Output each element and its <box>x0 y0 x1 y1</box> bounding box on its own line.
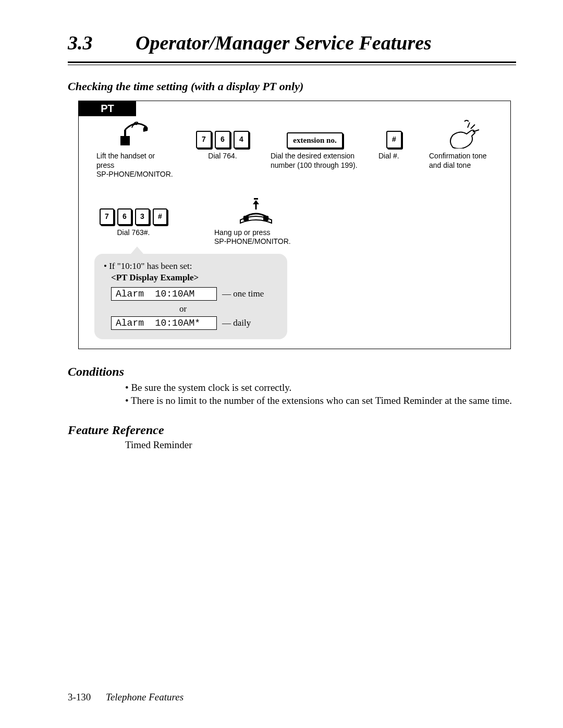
svg-rect-1 <box>263 216 268 221</box>
display-row-1: Alarm 10:10AM — one time <box>111 287 278 301</box>
step-caption: Dial #. <box>378 152 410 161</box>
subheading: Checking the time setting (with a displa… <box>68 80 516 93</box>
step-dial-764: 7 6 4 Dial 764. <box>194 119 251 179</box>
page: 3.3 Operator/Manager Service Features Ch… <box>0 0 563 728</box>
procedure-box: PT Lift the handset or press SP-PH <box>78 101 511 349</box>
section-number: 3.3 <box>68 31 99 54</box>
key-3: 3 <box>135 208 150 225</box>
bubble-title: <PT Display Example> <box>111 273 278 283</box>
procedure-row-1: Lift the handset or press SP-PHONE/MONIT… <box>79 116 510 181</box>
bubble-body: If "10:10" has been set: <PT Display Exa… <box>94 254 287 339</box>
step-caption: Confirmation tone and dial tone <box>429 152 497 170</box>
step-extension: extension no. Dial the desired extension… <box>271 119 359 179</box>
keys-icon: 7 6 4 <box>196 119 249 149</box>
conditions-heading: Conditions <box>68 365 516 379</box>
section-title: Operator/Manager Service Features <box>136 31 432 54</box>
list-item: Be sure the system clock is set correctl… <box>125 381 516 394</box>
key-4: 4 <box>234 131 249 149</box>
feature-reference-heading: Feature Reference <box>68 423 516 437</box>
extension-box-icon: extension no. <box>287 119 342 149</box>
display-box: Alarm 10:10AM* <box>111 316 217 330</box>
key-hash: # <box>153 208 167 225</box>
bubble-pointer-icon <box>131 246 143 254</box>
step-caption: Dial 763#. <box>94 228 173 238</box>
footer-label: Telephone Features <box>106 692 183 702</box>
list-item: There is no limit to the number of the e… <box>125 394 516 408</box>
step-caption: Dial 764. <box>194 152 251 161</box>
step-caption: Lift the handset or press SP-PHONE/MONIT… <box>96 152 175 179</box>
procedure-row-2: 7 6 3 # Dial 763#. <box>79 181 510 249</box>
step-dial-763hash: 7 6 3 # Dial 763#. <box>94 196 173 238</box>
display-row-2: Alarm 10:10AM* — daily <box>111 316 278 330</box>
step-onhook: Hang up or press SP-PHONE/MONITOR. <box>214 196 298 246</box>
key-hash: # <box>386 131 402 149</box>
key-icon: # <box>386 119 402 149</box>
key-6: 6 <box>215 131 230 149</box>
key-7: 7 <box>100 208 114 225</box>
step-confirmation-tone: Confirmation tone and dial tone <box>429 119 497 179</box>
svg-rect-0 <box>243 216 249 221</box>
offhook-icon <box>117 119 154 149</box>
tone-icon <box>444 119 482 149</box>
page-footer: 3-130 Telephone Features <box>68 692 183 703</box>
step-caption: Hang up or press SP-PHONE/MONITOR. <box>214 228 298 246</box>
feature-reference-text: Timed Reminder <box>125 439 516 451</box>
section-header: 3.3 Operator/Manager Service Features <box>68 31 516 59</box>
pt-tab: PT <box>79 101 136 116</box>
display-note: — one time <box>222 289 264 299</box>
key-7: 7 <box>196 131 212 149</box>
step-caption: Dial the desired extension number (100 t… <box>271 152 359 170</box>
bubble-intro: If "10:10" has been set: <box>104 261 278 272</box>
step-offhook: Lift the handset or press SP-PHONE/MONIT… <box>96 119 175 179</box>
display-or: or <box>88 304 278 314</box>
step-dial-hash: # Dial #. <box>378 119 410 179</box>
page-number: 3-130 <box>68 692 91 702</box>
double-rule <box>68 61 516 65</box>
display-box: Alarm 10:10AM <box>111 287 217 301</box>
keys-icon: 7 6 3 # <box>100 196 167 225</box>
key-6: 6 <box>117 208 132 225</box>
onhook-icon <box>235 196 277 225</box>
extension-entry-box: extension no. <box>287 132 342 149</box>
display-note: — daily <box>222 318 251 328</box>
conditions-list: Be sure the system clock is set correctl… <box>125 381 516 408</box>
display-example-bubble: If "10:10" has been set: <PT Display Exa… <box>94 254 287 339</box>
svg-rect-2 <box>254 198 258 200</box>
